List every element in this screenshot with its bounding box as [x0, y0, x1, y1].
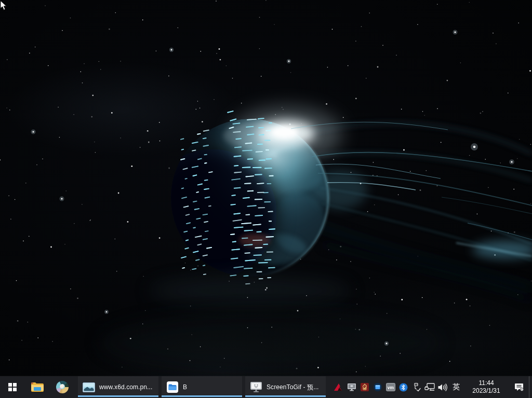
clock-time: 11:44 [478, 379, 494, 387]
taskbar-app-label: www.x6d.com.pn... [99, 383, 154, 391]
screentogif-monitor-icon [250, 381, 262, 393]
browser-button[interactable] [50, 376, 75, 398]
taskbar-app-screentogif[interactable]: ScreenToGif - 预... [245, 376, 326, 398]
show-desktop-button[interactable] [529, 376, 532, 398]
notification-note-icon [514, 382, 524, 392]
desktop-wallpaper [0, 0, 532, 376]
browser-swirl-icon [56, 381, 69, 393]
taskbar-app-image-viewer[interactable]: www.x6d.com.pn... [78, 376, 158, 398]
taskbar: www.x6d.com.pn... B [0, 376, 532, 398]
language-indicator[interactable]: 英 [449, 376, 463, 398]
taskbar-app-label: B [183, 383, 237, 391]
image-thumbnail-icon [83, 382, 95, 392]
blue-circle-app-icon[interactable] [371, 376, 384, 398]
monitor-tray-icon[interactable] [345, 376, 358, 398]
clock-date: 2023/1/31 [472, 387, 500, 395]
usb-safely-remove-icon[interactable] [410, 376, 423, 398]
action-center-button[interactable] [509, 376, 529, 398]
red-peak-utility-icon[interactable] [332, 376, 345, 398]
planet-underglow [149, 277, 351, 304]
dark-red-app-icon[interactable] [358, 376, 371, 398]
file-explorer-button[interactable] [25, 376, 50, 398]
svg-text:vm: vm [387, 385, 394, 390]
planet [147, 107, 341, 279]
blue-folder-icon [166, 381, 179, 393]
ethernet-network-icon[interactable] [423, 376, 436, 398]
screen: { "wallpaper": { "description": "dark sp… [0, 0, 532, 398]
taskbar-clock[interactable]: 11:44 2023/1/31 [463, 376, 509, 398]
planet-wallpaper-art [0, 0, 532, 376]
bluetooth-icon[interactable] [397, 376, 410, 398]
vmware-tray-icon[interactable]: vm [384, 376, 397, 398]
file-explorer-icon [31, 381, 44, 393]
volume-icon[interactable] [436, 376, 449, 398]
start-button[interactable] [0, 376, 25, 398]
taskbar-app-b[interactable]: B [162, 376, 242, 398]
bottom-haze [99, 311, 442, 374]
windows-logo-icon [8, 383, 17, 391]
taskbar-apps: www.x6d.com.pn... B [78, 376, 329, 398]
system-tray: vm [332, 376, 532, 398]
taskbar-app-label: ScreenToGif - 预... [267, 383, 321, 392]
mouse-cursor [0, 0, 8, 11]
